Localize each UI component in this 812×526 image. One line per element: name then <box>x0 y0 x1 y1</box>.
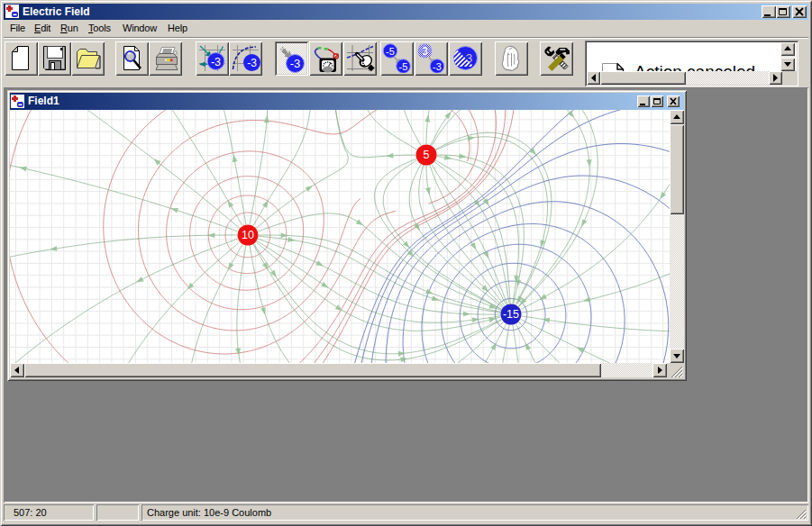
field-canvas[interactable]: 105-15 <box>10 110 670 363</box>
child-resize-grip[interactable] <box>667 363 684 377</box>
canvas-scroll-left-button[interactable] <box>10 363 24 377</box>
printer-icon <box>151 43 180 73</box>
svg-text:5: 5 <box>424 149 430 161</box>
menu-window[interactable]: Window <box>117 20 162 37</box>
menu-run[interactable]: Run <box>55 20 84 37</box>
add-charge-button[interactable]: -3 <box>275 41 308 76</box>
menu-bar: FileEditRunToolsWindowHelp <box>4 20 808 37</box>
application-window: { "window": { "title": "Electric Field",… <box>0 0 812 526</box>
canvas-scroll-up-button[interactable] <box>670 110 684 124</box>
child-maximize-icon <box>654 100 661 104</box>
options-button[interactable] <box>540 41 573 76</box>
child-minimize-icon <box>640 104 645 105</box>
action-list-scroll-right-button[interactable] <box>769 71 782 85</box>
window-title: Electric Field <box>23 4 90 20</box>
mdi-client-area: Field1 105-15 <box>4 87 808 503</box>
child-maximize-button[interactable] <box>651 95 663 107</box>
canvas-scroll-down-button[interactable] <box>670 349 684 363</box>
svg-text:-5: -5 <box>399 61 408 72</box>
action-list-scroll-left-button[interactable] <box>587 71 600 85</box>
ghost-button[interactable] <box>495 41 528 76</box>
svg-text:-3: -3 <box>211 56 221 68</box>
field-plot-svg: 105-15 <box>10 110 670 363</box>
move-charge-icon: -5 -5 <box>382 43 412 73</box>
negative-equipotential-contours <box>342 110 670 363</box>
hand-curve-icon <box>345 43 375 73</box>
child-close-icon <box>671 98 676 104</box>
child-minimize-button[interactable] <box>637 95 650 107</box>
new-document-icon <box>6 43 36 73</box>
equipotential-button[interactable]: -3 <box>229 41 262 76</box>
field-line-arrows <box>19 110 666 362</box>
preview-magnifier-icon <box>117 43 147 73</box>
child-close-button[interactable] <box>667 95 680 107</box>
child-title-bar[interactable]: Field1 <box>10 93 684 110</box>
menu-tools[interactable]: Tools <box>83 20 116 37</box>
status-panel-empty <box>96 504 139 521</box>
canvas-scroll-right-button[interactable] <box>652 363 667 377</box>
minimize-button[interactable] <box>762 5 776 18</box>
voltmeter-icon <box>311 43 341 73</box>
status-bar: 507: 20 Charge unit: 10e-9 Coulomb <box>4 503 808 522</box>
minus-charge-glyph <box>12 12 18 17</box>
canvas-vscroll-thumb[interactable] <box>670 124 684 214</box>
title-bar[interactable]: Electric Field <box>4 4 808 20</box>
svg-text:3: 3 <box>422 45 428 58</box>
save-button[interactable] <box>38 41 71 76</box>
maximize-icon <box>780 10 787 15</box>
open-button[interactable] <box>71 41 105 76</box>
edit-charge-button[interactable]: 3 -3 <box>415 41 448 76</box>
edit-charge-icon: 3 -3 <box>416 43 446 73</box>
app-icon <box>5 5 19 18</box>
add-charge-icon: -3 <box>278 44 307 74</box>
new-button[interactable] <box>5 41 38 76</box>
canvas-horizontal-scrollbar[interactable] <box>10 363 667 377</box>
child-window-title: Field1 <box>28 93 59 110</box>
maximize-button[interactable] <box>776 5 790 18</box>
field-lines-button[interactable]: -3 <box>196 41 229 76</box>
status-panel-coordinates: 507: 20 <box>4 504 94 521</box>
svg-text:-3: -3 <box>247 57 257 69</box>
menu-help[interactable]: Help <box>162 20 193 37</box>
equipotential-icon: -3 <box>231 43 260 73</box>
svg-text:-5: -5 <box>386 46 395 57</box>
open-folder-icon <box>73 43 103 73</box>
save-floppy-icon <box>40 43 69 73</box>
action-list-hscrollbar[interactable] <box>587 71 782 85</box>
charge-5[interactable]: 5 <box>416 145 437 166</box>
charge--15[interactable]: -15 <box>501 304 522 325</box>
print-button[interactable] <box>149 41 182 76</box>
ghost-icon <box>497 43 526 73</box>
preview-button[interactable] <box>115 41 149 76</box>
close-button[interactable] <box>792 5 807 18</box>
show-charge-icon: 3 <box>451 43 480 73</box>
close-icon <box>796 8 803 15</box>
status-panel-charge-unit: Charge unit: 10e-9 Coulomb <box>141 504 808 521</box>
svg-text:-3: -3 <box>290 57 301 70</box>
svg-text:-15: -15 <box>503 308 519 321</box>
svg-text:-3: -3 <box>433 61 442 72</box>
status-resize-grip[interactable] <box>795 508 807 521</box>
action-list-hscroll-thumb[interactable] <box>600 71 686 85</box>
tools-icon <box>542 43 571 73</box>
action-list-scroll-down-button[interactable] <box>780 58 795 71</box>
svg-text:10: 10 <box>242 229 254 241</box>
menu-file[interactable]: File <box>5 20 31 37</box>
canvas-vertical-scrollbar[interactable] <box>670 110 684 363</box>
voltmeter-button[interactable] <box>309 41 342 76</box>
move-charge-button[interactable]: -5 -5 <box>380 41 414 76</box>
show-charge-button[interactable]: 3 <box>449 41 482 76</box>
action-list-item[interactable]: Action canceled <box>587 42 782 71</box>
charge-10[interactable]: 10 <box>238 225 259 246</box>
canvas-hscroll-thumb[interactable] <box>24 363 601 377</box>
field-lines-icon: -3 <box>197 43 227 73</box>
action-item-label: Action canceled <box>634 62 755 71</box>
child-window: Field1 105-15 <box>7 90 687 381</box>
minimize-icon <box>764 14 771 16</box>
action-list[interactable]: Action canceled <box>585 41 798 86</box>
draw-field-line-button[interactable] <box>343 41 377 76</box>
toolbar: -3 -3 -3 -5 -5 <box>4 37 808 87</box>
menu-edit[interactable]: Edit <box>29 20 56 37</box>
page-icon <box>600 63 625 71</box>
action-list-scroll-up-button[interactable] <box>780 42 795 56</box>
